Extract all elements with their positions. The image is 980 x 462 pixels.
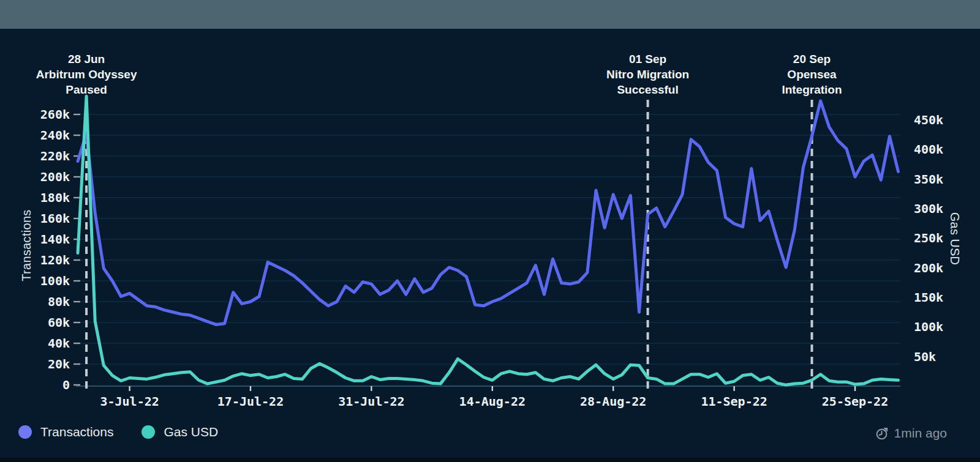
annotation: 28 JunArbitrum OdysseyPaused xyxy=(0,51,215,97)
y-right-tick-label: 100k xyxy=(914,319,980,334)
x-tick-label: 17-Jul-22 xyxy=(202,394,300,409)
x-tick-label: 14-Aug-22 xyxy=(443,394,541,409)
y-left-tick-label: 240k xyxy=(13,128,70,143)
last-updated-status: 1min ago xyxy=(875,426,947,441)
y-left-tick-label: 220k xyxy=(13,149,70,163)
y-right-tick-label: 450k xyxy=(914,113,980,127)
last-updated-text: 1min ago xyxy=(894,426,947,441)
y-left-tick-label: 20k xyxy=(13,357,70,371)
annotation: 20 SepOpenseaIntegration xyxy=(684,51,941,97)
y-axis-right-title: Gas USD xyxy=(946,184,962,294)
y-right-tick-label: 400k xyxy=(914,142,980,157)
legend-label: Gas USD xyxy=(164,425,218,439)
y-axis-left-title: Transactions xyxy=(20,178,36,313)
transactions-series-dot-icon xyxy=(18,425,32,439)
legend: Transactions Gas USD xyxy=(18,425,218,439)
y-left-tick-label: 60k xyxy=(13,315,70,330)
y-right-tick-label: 50k xyxy=(914,349,980,364)
legend-item-transactions[interactable]: Transactions xyxy=(18,425,113,439)
x-tick-label: 11-Sep-22 xyxy=(685,394,783,409)
x-tick-label: 31-Jul-22 xyxy=(322,394,420,409)
x-tick-label: 25-Sep-22 xyxy=(806,394,904,409)
bottom-edge xyxy=(0,458,980,462)
y-left-tick-label: 40k xyxy=(13,336,70,351)
dashboard-chart-panel: 020k40k60k80k100k120k140k160k180k200k220… xyxy=(0,0,980,462)
x-tick-label: 28-Aug-22 xyxy=(564,394,662,409)
legend-item-gas-usd[interactable]: Gas USD xyxy=(141,425,218,439)
x-tick-label: 3-Jul-22 xyxy=(81,394,179,409)
gas-usd-series-dot-icon xyxy=(141,425,155,439)
history-clock-icon[interactable] xyxy=(875,427,889,441)
y-left-tick-label: 260k xyxy=(13,107,70,122)
legend-label: Transactions xyxy=(40,425,113,439)
y-left-tick-label: 0 xyxy=(13,378,70,392)
